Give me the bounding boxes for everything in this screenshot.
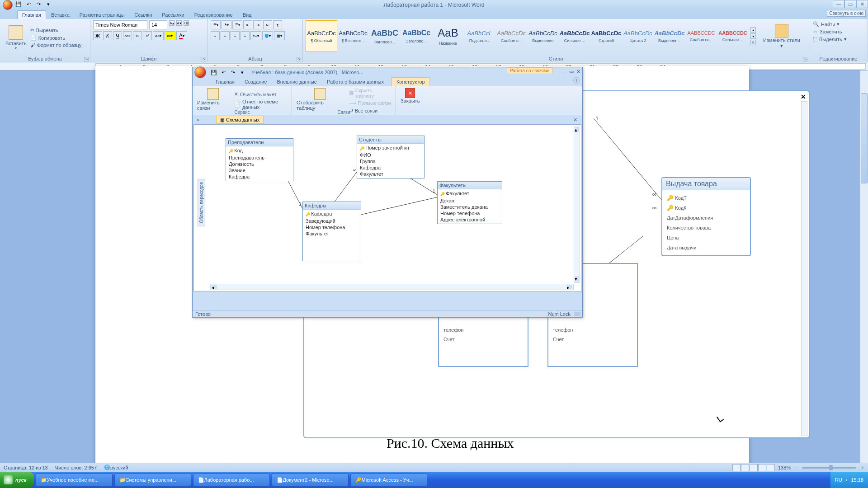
qat-redo-icon[interactable]: ↷ xyxy=(34,0,42,8)
grow-font-button[interactable]: A▴ xyxy=(169,20,175,26)
font-name-combo[interactable]: Times New Roman xyxy=(93,20,147,29)
numbering-button[interactable]: ⅟▾ xyxy=(222,20,231,29)
schema-close-icon[interactable]: ✕ xyxy=(573,117,580,123)
tab-references[interactable]: Ссылки xyxy=(130,10,157,19)
table-row[interactable]: Декан xyxy=(440,197,499,204)
table-row[interactable]: Адрес электронной xyxy=(440,216,499,223)
office-button[interactable] xyxy=(3,0,13,10)
schema-vscroll[interactable]: ▴▾ xyxy=(574,126,580,283)
access-save-icon[interactable]: 💾 xyxy=(210,68,218,76)
word-close-button[interactable]: ✕ xyxy=(856,0,868,8)
paste-button[interactable]: Вставить ▾ xyxy=(3,20,29,55)
qat-undo-icon[interactable]: ↶ xyxy=(24,0,33,8)
style-item[interactable]: AaBbCЗаголово... xyxy=(369,20,401,52)
access-office-button[interactable] xyxy=(194,66,206,78)
access-tab-external[interactable]: Внешние данные xyxy=(272,77,322,86)
style-item[interactable]: AABBCCDCСлабая сс... xyxy=(685,20,717,52)
style-item[interactable]: AaBbCcDcЦитата 2 xyxy=(622,20,654,52)
table-departments-header[interactable]: Кафедры xyxy=(303,202,361,210)
replace-button[interactable]: ↔ Заменить xyxy=(812,28,865,35)
style-item[interactable]: AaBbCcDcСтрогий xyxy=(590,20,622,52)
font-color-button[interactable]: A▾ xyxy=(176,31,187,40)
superscript-button[interactable]: x² xyxy=(143,31,152,40)
find-button[interactable]: 🔍 Найти ▾ xyxy=(812,20,865,28)
diagram-close-icon[interactable]: ✕ xyxy=(801,93,806,100)
format-painter-button[interactable]: 🖌 Формат по образцу xyxy=(29,42,83,49)
word-minimize-button[interactable]: — xyxy=(833,0,844,8)
view-buttons[interactable] xyxy=(732,464,775,471)
borders-button[interactable]: ▦▾ xyxy=(274,31,285,40)
table-faculties-header[interactable]: Факультеты xyxy=(438,182,502,189)
zoom-slider[interactable] xyxy=(802,467,856,469)
table-row[interactable]: Преподаватель xyxy=(229,155,290,161)
table-row[interactable]: Заведующий xyxy=(306,218,358,224)
clear-layout-button[interactable]: ✕ Очистить макет xyxy=(233,90,289,98)
access-qat-more-icon[interactable]: ▾ xyxy=(238,68,246,76)
access-tab-design[interactable]: Конструктор xyxy=(392,77,430,86)
style-item[interactable]: AaBbCcDcВыделенн... xyxy=(654,20,685,52)
taskbar-button[interactable]: 📁 Системы управлени... xyxy=(114,474,191,486)
access-minimize-button[interactable]: — xyxy=(561,69,566,75)
qat-customize-icon[interactable]: ▾ xyxy=(44,0,52,8)
access-tab-home[interactable]: Главная xyxy=(211,77,240,86)
table-row[interactable]: Должность xyxy=(229,161,290,167)
style-item[interactable]: AaBbCcDc¶ Без инте... xyxy=(337,20,369,52)
style-item[interactable]: AaBbCcDcСлабое в... xyxy=(495,20,527,52)
font-dialog-launcher[interactable]: ↘ xyxy=(202,57,206,61)
gallery-down-icon[interactable]: ▾ xyxy=(750,33,756,39)
status-words[interactable]: Число слов: 2 657 xyxy=(55,465,97,470)
clipboard-dialog-launcher[interactable]: ↘ xyxy=(84,57,89,61)
underline-button[interactable]: Ч xyxy=(113,31,122,40)
table-row[interactable]: ФИО xyxy=(360,152,421,158)
minimize-to-window-button[interactable]: Свернуть в окно xyxy=(827,10,866,17)
table-row[interactable]: Номер телефона xyxy=(440,210,499,216)
shrink-font-button[interactable]: A▾ xyxy=(176,20,182,26)
align-center-button[interactable]: ≡ xyxy=(221,31,230,40)
bullets-button[interactable]: ☰▾ xyxy=(211,20,221,29)
tray-time[interactable]: 15:18 xyxy=(851,477,863,483)
taskbar-button[interactable]: 🔑 Microsoft Access - Уч... xyxy=(350,474,427,486)
tab-review[interactable]: Рецензирование xyxy=(189,10,238,19)
diagram-scroll[interactable] xyxy=(801,101,807,436)
tab-insert[interactable]: Вставка xyxy=(46,10,75,19)
style-item[interactable]: AaBbCcDcСильное ... xyxy=(559,20,590,52)
font-size-combo[interactable]: 14 xyxy=(149,20,167,29)
tab-view[interactable]: Вид xyxy=(238,10,257,19)
style-item[interactable]: AABBCCDCСильная ... xyxy=(717,20,749,52)
table-row[interactable]: Факультет xyxy=(360,171,421,177)
status-lang[interactable]: русский xyxy=(110,465,128,470)
sort-button[interactable]: A↓ xyxy=(263,20,272,29)
schema-hscroll[interactable]: ◂▸ xyxy=(210,284,574,290)
style-item[interactable]: AaBbCcDcВыделение xyxy=(527,20,559,52)
copy-button[interactable]: 📄 Копировать xyxy=(29,34,83,42)
styles-gallery[interactable]: AaBbCcDc¶ Обычный AaBbCcDc¶ Без инте... … xyxy=(306,20,806,52)
access-restore-button[interactable]: ▭ xyxy=(569,69,574,75)
indent-dec-button[interactable]: ⇤ xyxy=(243,20,252,29)
scroll-thumb[interactable] xyxy=(861,93,868,183)
gallery-up-icon[interactable]: ▴ xyxy=(750,27,756,33)
access-tab-dbtools[interactable]: Работа с базами данных xyxy=(322,77,389,86)
taskbar-button[interactable]: 📄 Документ2 - Microso... xyxy=(272,474,349,486)
taskbar-button[interactable]: 📁 Учебное пособие мо... xyxy=(36,474,113,486)
tab-page-layout[interactable]: Разметка страницы xyxy=(75,10,130,19)
word-restore-button[interactable]: ▭ xyxy=(844,0,856,8)
access-undo-icon[interactable]: ↶ xyxy=(219,68,227,76)
access-tab-create[interactable]: Создание xyxy=(240,77,272,86)
style-normal[interactable]: AaBbCcDc¶ Обычный xyxy=(306,20,337,52)
taskbar-button[interactable]: 📄 Лабораторная рабо... xyxy=(193,474,270,486)
table-row[interactable]: Заместитель декана xyxy=(440,204,499,210)
tab-mailings[interactable]: Рассылки xyxy=(157,10,189,19)
align-left-button[interactable]: ≡ xyxy=(211,31,220,40)
style-item[interactable]: AaBНазвание xyxy=(432,20,464,52)
clear-format-button[interactable]: ⌫ xyxy=(184,20,189,26)
line-spacing-button[interactable]: ‡≡▾ xyxy=(250,31,261,40)
select-button[interactable]: ⬚ Выделить ▾ xyxy=(812,35,865,43)
italic-button[interactable]: К xyxy=(103,31,112,40)
strike-button[interactable]: abc xyxy=(123,31,132,40)
style-item[interactable]: AaBbCcLПодзагол... xyxy=(464,20,495,52)
justify-button[interactable]: ≡ xyxy=(241,31,250,40)
cut-button[interactable]: ✂ Вырезать xyxy=(29,26,83,34)
resize-grip-icon[interactable] xyxy=(574,312,580,316)
shading-button[interactable]: 🪣▾ xyxy=(262,31,273,40)
subscript-button[interactable]: x₂ xyxy=(133,31,142,40)
